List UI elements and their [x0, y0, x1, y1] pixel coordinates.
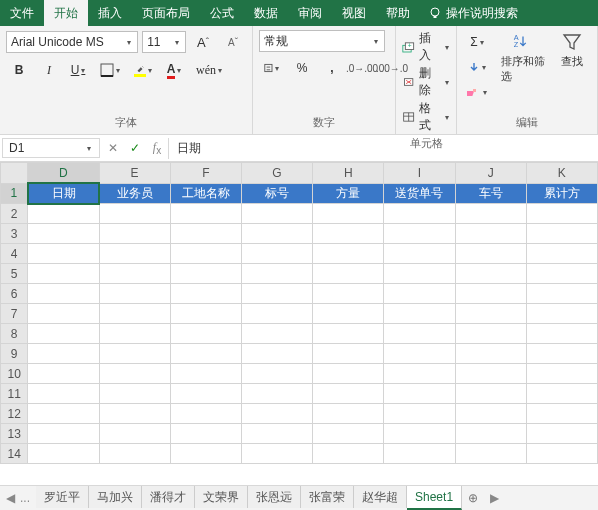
cell[interactable] [241, 364, 312, 384]
row-header[interactable]: 2 [1, 204, 28, 224]
row-header[interactable]: 14 [1, 444, 28, 464]
cell[interactable] [241, 204, 312, 224]
cell[interactable]: 标号 [241, 183, 312, 204]
cell[interactable] [28, 284, 99, 304]
cell[interactable] [455, 304, 526, 324]
cell[interactable] [170, 404, 241, 424]
cell[interactable] [455, 404, 526, 424]
cell[interactable] [99, 304, 170, 324]
sheet-tab[interactable]: 张恩远 [248, 486, 301, 508]
row-header[interactable]: 4 [1, 244, 28, 264]
cells-insert-button[interactable]: + 插入▾ [402, 30, 450, 64]
cell[interactable] [28, 404, 99, 424]
decrease-font-button[interactable]: Aˇ [220, 30, 246, 54]
row-header[interactable]: 10 [1, 364, 28, 384]
fill-color-button[interactable]: ▾ [130, 58, 158, 82]
cell[interactable] [455, 364, 526, 384]
cell[interactable] [99, 224, 170, 244]
cell[interactable] [313, 304, 384, 324]
cell[interactable] [170, 424, 241, 444]
tab-formulas[interactable]: 公式 [200, 0, 244, 26]
cell[interactable]: 车号 [455, 183, 526, 204]
cell[interactable] [455, 384, 526, 404]
cell[interactable] [28, 444, 99, 464]
row-header[interactable]: 1 [1, 183, 28, 204]
sheet-nav-prev[interactable]: ◀ [4, 491, 17, 505]
border-button[interactable]: ▾ [96, 58, 126, 82]
cell[interactable] [384, 364, 455, 384]
cell[interactable] [526, 364, 597, 384]
cell[interactable] [313, 364, 384, 384]
cell[interactable] [384, 264, 455, 284]
sheet-tab[interactable]: Sheet1 [407, 486, 462, 510]
cell[interactable] [99, 264, 170, 284]
column-header[interactable]: H [313, 163, 384, 184]
cell[interactable] [313, 424, 384, 444]
column-header[interactable]: E [99, 163, 170, 184]
autosum-button[interactable]: Σ▾ [463, 30, 493, 54]
find-select-button[interactable]: 查找 [553, 30, 591, 71]
cell[interactable] [384, 284, 455, 304]
cell[interactable] [241, 324, 312, 344]
new-sheet-button[interactable]: ⊕ [462, 491, 484, 505]
cell[interactable] [455, 344, 526, 364]
cell[interactable] [455, 204, 526, 224]
cell[interactable] [99, 404, 170, 424]
cell[interactable] [99, 204, 170, 224]
row-header[interactable]: 6 [1, 284, 28, 304]
cell[interactable] [455, 324, 526, 344]
font-name-combo[interactable]: Arial Unicode MS ▾ [6, 31, 138, 53]
cell[interactable]: 日期 [28, 183, 99, 204]
cell[interactable] [170, 384, 241, 404]
phonetic-button[interactable]: wén▾ [192, 58, 228, 82]
cell[interactable] [99, 364, 170, 384]
cell[interactable] [313, 284, 384, 304]
name-box[interactable]: D1 ▾ [2, 138, 100, 158]
cell[interactable] [526, 444, 597, 464]
number-format-combo[interactable]: 常规 ▾ [259, 30, 385, 52]
column-header[interactable]: G [241, 163, 312, 184]
cell[interactable] [170, 444, 241, 464]
cell[interactable] [99, 424, 170, 444]
cell[interactable] [526, 424, 597, 444]
insert-function-button[interactable]: fx [146, 140, 168, 156]
cell[interactable] [170, 204, 241, 224]
cell[interactable] [170, 224, 241, 244]
sheet-tab[interactable]: 赵华超 [354, 486, 407, 508]
cell[interactable] [384, 224, 455, 244]
cell[interactable] [313, 444, 384, 464]
cell[interactable]: 业务员 [99, 183, 170, 204]
tab-home[interactable]: 开始 [44, 0, 88, 26]
cells-format-button[interactable]: 格式▾ [402, 100, 450, 134]
cell[interactable] [526, 304, 597, 324]
comma-button[interactable]: , [319, 56, 345, 80]
cell[interactable] [241, 284, 312, 304]
cell[interactable] [241, 244, 312, 264]
cell[interactable] [241, 304, 312, 324]
cell[interactable] [526, 324, 597, 344]
select-all-corner[interactable] [1, 163, 28, 184]
sheet-nav-next[interactable]: ▶ [488, 491, 501, 505]
tab-view[interactable]: 视图 [332, 0, 376, 26]
clear-button[interactable]: ▾ [463, 80, 493, 104]
row-header[interactable]: 13 [1, 424, 28, 444]
tell-me-search[interactable]: 操作说明搜索 [420, 5, 526, 22]
cell[interactable] [526, 224, 597, 244]
cell[interactable] [241, 404, 312, 424]
cell[interactable] [170, 304, 241, 324]
bold-button[interactable]: B [6, 58, 32, 82]
cell[interactable] [384, 424, 455, 444]
cell[interactable] [28, 364, 99, 384]
sheet-nav-ellipsis[interactable]: ... [18, 491, 32, 505]
cell[interactable] [99, 324, 170, 344]
column-header[interactable]: D [28, 163, 99, 184]
column-header[interactable]: K [526, 163, 597, 184]
cell[interactable] [241, 384, 312, 404]
cell[interactable] [28, 224, 99, 244]
fill-button[interactable]: ▾ [463, 55, 493, 79]
cell[interactable] [313, 404, 384, 424]
cell[interactable] [526, 244, 597, 264]
column-header[interactable]: I [384, 163, 455, 184]
row-header[interactable]: 11 [1, 384, 28, 404]
cell[interactable] [313, 264, 384, 284]
